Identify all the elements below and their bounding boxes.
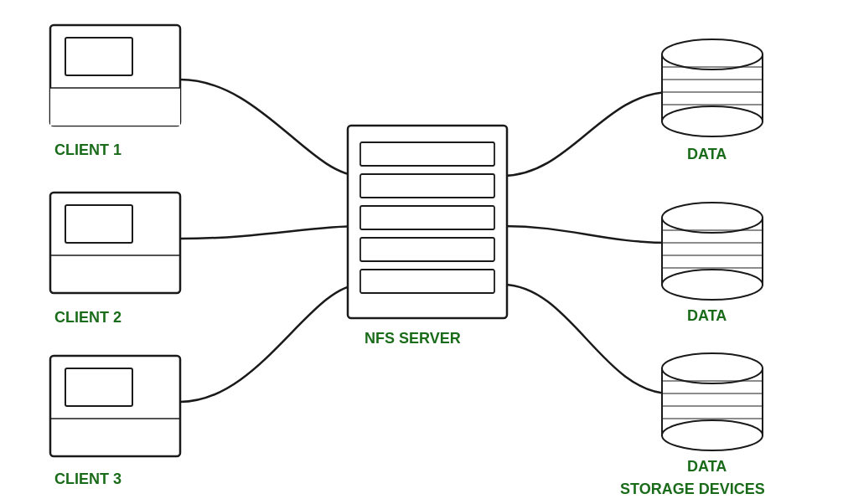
connection-client1-server: [180, 80, 360, 176]
svg-point-32: [662, 420, 763, 450]
client2-label: CLIENT 2: [54, 309, 122, 326]
svg-rect-15: [360, 270, 494, 293]
connection-server-data3: [503, 285, 670, 393]
svg-point-18: [662, 106, 763, 136]
storage3-icon: [662, 353, 763, 450]
svg-point-31: [662, 353, 763, 383]
connection-client2-server: [180, 226, 360, 239]
svg-rect-5: [65, 205, 132, 243]
svg-rect-12: [360, 174, 494, 198]
connection-server-data1: [503, 92, 670, 176]
client3-icon: [50, 356, 180, 456]
storage2-icon: [662, 203, 763, 300]
storage1-icon: [662, 39, 763, 136]
svg-rect-14: [360, 238, 494, 261]
svg-rect-13: [360, 206, 494, 229]
svg-rect-11: [360, 142, 494, 166]
server-label: NFS SERVER: [365, 330, 461, 347]
svg-rect-8: [65, 368, 132, 406]
connection-client3-server: [180, 285, 360, 402]
svg-point-25: [662, 270, 763, 300]
svg-rect-1: [65, 38, 132, 75]
client1-label: CLIENT 1: [54, 141, 122, 158]
client2-icon: [50, 193, 180, 293]
data2-label: DATA: [687, 307, 727, 324]
data3-label: DATA: [687, 458, 727, 475]
storage-devices-label: STORAGE DEVICES: [620, 481, 765, 497]
connection-server-data2: [503, 226, 670, 243]
svg-rect-2: [50, 88, 180, 126]
data1-label: DATA: [687, 146, 727, 162]
svg-point-17: [662, 39, 763, 69]
nfs-server-icon: [348, 126, 507, 318]
nfs-diagram: CLIENT 1 CLIENT 2 CLIENT 3 NFS SERVER: [0, 0, 843, 504]
client1-icon: [50, 25, 180, 126]
client3-label: CLIENT 3: [54, 471, 122, 487]
svg-point-24: [662, 203, 763, 233]
